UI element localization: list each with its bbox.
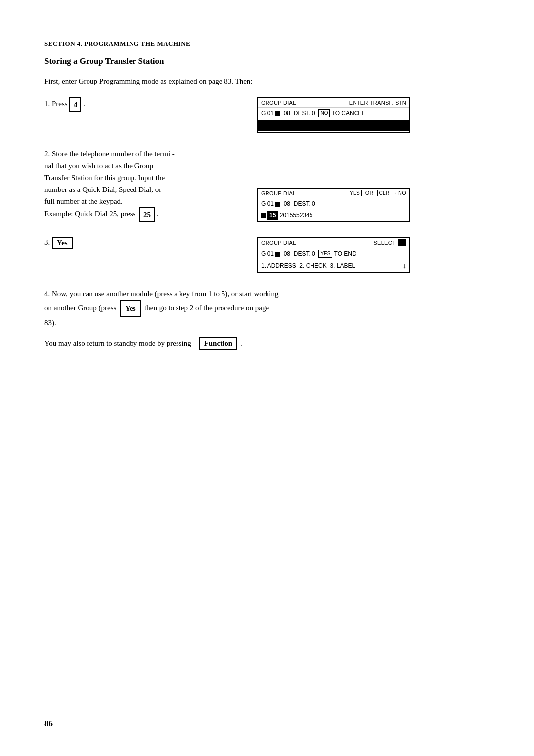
step1-label: 1. Press: [44, 100, 69, 108]
step1-lcd-row2-text: G 01 08 DEST. 0: [261, 109, 318, 118]
step3-square: [275, 252, 280, 257]
page-subtitle: Storing a Group Transfer Station: [44, 56, 490, 66]
step3-lcd-top-right: SELECT: [373, 239, 406, 246]
step2-row3-square: [261, 213, 266, 218]
step3-number: 3.: [44, 238, 52, 246]
step2-square: [275, 202, 280, 207]
step1-lcd-top: GROUP DIAL ENTER TRANSF. STN: [258, 98, 409, 108]
step2-num-highlight: 15: [267, 211, 278, 220]
step4-underline: module: [131, 290, 153, 298]
step2-lcd-container: GROUP DIAL YES OR CLR · NO G 01 08 DEST.…: [257, 188, 490, 222]
standby-prefix: You may also return to standby mode by p…: [44, 339, 191, 348]
step1-lcd-top-right: ENTER TRANSF. STN: [349, 100, 406, 106]
step1-lcd: GROUP DIAL ENTER TRANSF. STN G 01 08 DES…: [257, 97, 410, 133]
step1-square: [275, 111, 280, 116]
step3-lcd-row3: 1. ADDRESS 2. CHECK 3. LABEL ↓: [258, 260, 409, 273]
step1-lcd-dark-bar: [258, 120, 409, 131]
step1-period: .: [83, 100, 85, 108]
step2-lcd-top: GROUP DIAL YES OR CLR · NO: [258, 189, 409, 198]
step3-lcd-row2: G 01 08 DEST. 0 YES TO END: [258, 248, 409, 260]
step1-key: 4: [69, 97, 81, 112]
step3-lcd-top-left: GROUP DIAL: [261, 240, 296, 246]
step1-no-box: NO: [318, 109, 330, 117]
page: SECTION 4. PROGRAMMING THE MACHINE Stori…: [0, 0, 534, 756]
step3-key: Yes: [52, 237, 73, 249]
step1-lcd-top-left: GROUP DIAL: [261, 100, 296, 106]
step2-lcd-row2: G 01 08 DEST. 0: [258, 198, 409, 210]
step1-lcd-container: GROUP DIAL ENTER TRANSF. STN G 01 08 DES…: [257, 97, 490, 133]
step2-lcd-top-left: GROUP DIAL: [261, 190, 296, 196]
step3-yes-box: YES: [318, 250, 332, 258]
step1-left: 1. Press 4 .: [44, 97, 257, 112]
page-number: 86: [44, 719, 53, 729]
step3-dark-box: [398, 239, 406, 246]
step2-lcd-row2-text: G 01 08 DEST. 0: [261, 200, 315, 208]
step3-lcd-row2-text: G 01 08 DEST. 0: [261, 250, 318, 258]
standby-line: You may also return to standby mode by p…: [44, 337, 490, 350]
intro-text: First, enter Group Programming mode as e…: [44, 77, 490, 86]
step2-phone: 2015552345: [280, 211, 313, 220]
step2-key: 25: [139, 207, 155, 222]
step2-lcd-top-right: YES OR CLR · NO: [348, 190, 406, 196]
section-header: SECTION 4. PROGRAMMING THE MACHINE: [44, 40, 490, 47]
step3-arrow-icon: ↓: [403, 261, 406, 271]
step3-lcd: GROUP DIAL SELECT G 01 08 DEST. 0 YES TO…: [257, 237, 410, 273]
step3-lcd-top: GROUP DIAL SELECT: [258, 238, 409, 248]
step1-cancel-text: TO CANCEL: [330, 109, 365, 118]
step3-lcd-options: 1. ADDRESS 2. CHECK 3. LABEL: [261, 262, 355, 270]
step2-clr-box: CLR: [377, 190, 392, 196]
step3-row: 3. Yes GROUP DIAL SELECT G 01 08 DEST. 0…: [44, 237, 490, 273]
step1-row: 1. Press 4 . GROUP DIAL ENTER TRANSF. ST…: [44, 97, 490, 133]
step3-lcd-container: GROUP DIAL SELECT G 01 08 DEST. 0 YES TO…: [257, 237, 490, 273]
step3-left: 3. Yes: [44, 237, 257, 249]
step1-lcd-row2: G 01 08 DEST. 0 NO TO CANCEL: [258, 108, 409, 119]
step2-period: .: [157, 210, 159, 218]
standby-suffix: .: [240, 339, 242, 348]
step2-number: 2.: [44, 150, 52, 158]
step3-to-end: TO END: [332, 250, 356, 258]
step2-left: 2. Store the telephone number of the ter…: [44, 148, 257, 222]
step2-lcd-row3: 15 2015552345: [258, 210, 409, 221]
step2-yes-box: YES: [348, 190, 362, 196]
step2-example: Example: Quick Dial 25, press: [44, 210, 137, 218]
step2-lcd: GROUP DIAL YES OR CLR · NO G 01 08 DEST.…: [257, 188, 410, 222]
step4-para: 4. Now, you can use another module (pres…: [44, 288, 490, 329]
step2-row: 2. Store the telephone number of the ter…: [44, 148, 490, 222]
step4-yes-key: Yes: [120, 300, 141, 317]
step2-text: 2. Store the telephone number of the ter…: [44, 148, 247, 222]
function-key: Function: [199, 337, 238, 350]
